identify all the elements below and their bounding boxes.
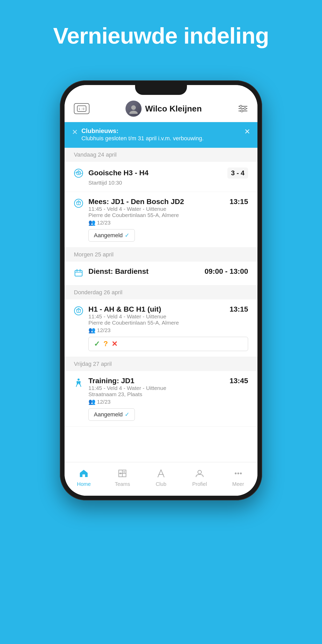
event-participants: 👥 12/23 [88,327,248,334]
event-item[interactable]: Training: JD1 13:45 11:45 - Veld 4 - Wat… [65,371,257,427]
svg-point-27 [124,471,125,473]
svg-point-33 [237,473,239,474]
news-dismiss-x[interactable]: ✕ [72,128,78,136]
svg-point-10 [244,108,246,110]
page-title: Vernieuwde indeling [0,0,322,48]
nav-label-meer: Meer [232,481,244,487]
rsvp-yes-button[interactable]: ✓ [94,340,100,348]
event-time: 13:15 [229,305,248,313]
svg-point-34 [240,473,242,474]
news-close-button[interactable]: ✕ [244,127,250,136]
event-title-row: Training: JD1 13:45 [88,377,248,385]
event-time: 13:15 [229,198,248,206]
event-item[interactable]: Dienst: Bardienst 09:00 - 13:00 [65,262,257,285]
event-detail1: 11:45 - Veld 4 - Water - Uittenue [88,206,248,212]
date-header-friday: Vrijdag 27 april [65,357,257,371]
svg-line-29 [161,470,164,477]
phone-screen: 1 : 0 Wilco Kleijnen [65,85,257,496]
event-item[interactable]: Gooische H3 - H4 3 - 4 Starttijd 10:30 [65,162,257,192]
event-title-row: Dienst: Bardienst 09:00 - 13:00 [88,267,248,276]
meer-icon [234,469,243,480]
aangemeld-button[interactable]: Aangemeld ✓ [88,229,135,242]
event-subtitle: Starttijd 10:30 [88,180,248,186]
svg-point-32 [235,473,236,474]
nav-item-home[interactable]: Home [65,462,103,491]
event-body: Gooische H3 - H4 3 - 4 Starttijd 10:30 [88,167,248,186]
nav-label-profiel: Profiel [192,481,207,487]
profiel-icon [195,469,204,480]
nav-label-teams: Teams [115,481,130,487]
user-name: Wilco Kleijnen [145,104,202,114]
news-title: Clubnieuws: [81,127,241,135]
event-title: H1 - AH & BC H1 (uit) [88,305,161,313]
training-icon [74,377,84,389]
svg-rect-18 [75,270,82,276]
svg-point-9 [240,105,242,107]
event-body: Mees: JD1 - Den Bosch JD2 13:15 11:45 - … [88,198,248,242]
scoreboard-icon[interactable]: 1 : 0 [74,103,89,114]
svg-text:1: 1 [79,107,80,110]
scroll-padding [65,427,257,435]
svg-point-11 [241,110,243,112]
check-icon: ✓ [125,411,129,418]
participants-icon: 👥 [88,219,95,226]
nav-item-club[interactable]: Club [142,462,180,491]
date-header-tomorrow: Morgen 25 april [65,248,257,262]
aangemeld-button[interactable]: Aangemeld ✓ [88,408,135,421]
nav-item-teams[interactable]: Teams [103,462,142,491]
rsvp-buttons: ✓ ? ✕ [88,337,248,351]
event-detail1: 11:45 - Veld 4 - Water - Uittenue [88,385,248,391]
event-detail1: 11:45 - Veld 4 - Water - Uittenue [88,313,248,320]
event-action: ✓ ? ✕ [88,337,248,351]
news-content: Clubnieuws: Clubhuis gesloten t/m 31 apr… [81,127,241,143]
event-detail2: Pierre de Coubertinlaan 55-A, Almere [88,212,248,218]
event-title-row: Mees: JD1 - Den Bosch JD2 13:15 [88,198,248,206]
event-detail2: Straatnaam 23, Plaats [88,391,248,397]
event-action: Aangemeld ✓ [88,229,248,242]
check-icon: ✓ [125,232,129,239]
svg-point-5 [129,111,138,114]
match-icon [74,167,84,180]
event-title-row: Gooische H3 - H4 3 - 4 [88,167,248,179]
nav-label-club: Club [156,481,166,487]
nav-item-profiel[interactable]: Profiel [180,462,219,491]
svg-text::: : [81,107,82,110]
event-detail2: Pierre de Coubertinlaan 55-A, Almere [88,320,248,326]
event-action: Aangemeld ✓ [88,408,248,421]
event-title: Dienst: Bardienst [88,267,149,276]
svg-point-4 [131,105,136,110]
event-participants: 👥 12/23 [88,219,248,226]
date-header-today: Vandaag 24 april [65,148,257,162]
event-body: Dienst: Bardienst 09:00 - 13:00 [88,267,248,276]
news-banner: ✕ Clubnieuws: Clubhuis gesloten t/m 31 a… [65,122,257,148]
participants-icon: 👥 [88,398,95,405]
avatar [125,101,142,117]
filter-icon[interactable] [238,103,248,114]
match-icon [74,198,84,210]
svg-line-28 [158,470,161,477]
event-time: 09:00 - 13:00 [205,267,248,276]
svg-text:0: 0 [83,107,84,110]
club-icon [157,469,165,480]
participants-icon: 👥 [88,327,95,334]
nav-label-home: Home [77,481,91,487]
event-title-row: H1 - AH & BC H1 (uit) 13:15 [88,305,248,313]
rsvp-maybe-button[interactable]: ? [103,340,108,348]
phone-frame: 1 : 0 Wilco Kleijnen [60,80,262,500]
event-item[interactable]: H1 - AH & BC H1 (uit) 13:15 11:45 - Veld… [65,299,257,357]
dienst-icon [74,267,84,279]
bottom-nav: Home Teams [65,462,257,496]
event-title: Mees: JD1 - Den Bosch JD2 [88,198,184,206]
rsvp-no-button[interactable]: ✕ [111,340,117,348]
news-text: Clubhuis gesloten t/m 31 april i.v.m. ve… [81,135,241,143]
event-body: H1 - AH & BC H1 (uit) 13:15 11:45 - Veld… [88,305,248,351]
events-scroll-area[interactable]: Vandaag 24 april Gooische H3 - H4 3 [65,148,257,462]
event-item[interactable]: Mees: JD1 - Den Bosch JD2 13:15 11:45 - … [65,192,257,248]
event-body: Training: JD1 13:45 11:45 - Veld 4 - Wat… [88,377,248,421]
event-time: 13:45 [229,377,248,385]
nav-item-meer[interactable]: Meer [219,462,257,491]
avatar-image [125,101,142,117]
event-title: Training: JD1 [88,377,134,385]
svg-point-25 [78,379,80,381]
home-icon [79,469,88,480]
